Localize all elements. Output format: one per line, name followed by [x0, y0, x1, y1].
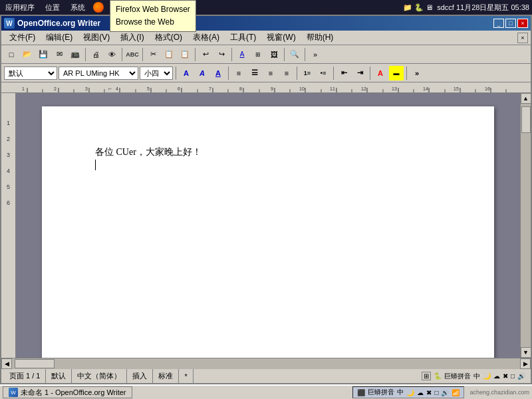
font-select[interactable]: AR PL UMing HK: [59, 66, 138, 80]
status-icon-1: 🌙: [483, 372, 491, 380]
toolbar-separator-1: [85, 48, 86, 61]
modified-indicator: *: [179, 369, 193, 383]
scroll-down-button[interactable]: ▼: [521, 347, 531, 358]
svg-text:4: 4: [116, 86, 118, 91]
scroll-thumb[interactable]: [521, 106, 531, 133]
maximize-button[interactable]: □: [505, 19, 516, 28]
more-button[interactable]: »: [308, 47, 323, 62]
menu-close-icon[interactable]: ×: [517, 33, 528, 43]
lang-indicator[interactable]: 中: [473, 372, 480, 381]
align-left-button[interactable]: ≡: [231, 66, 246, 80]
tray-speaker-icon[interactable]: 🔊: [441, 389, 449, 396]
standard-mode[interactable]: 标准: [153, 369, 179, 383]
svg-text:14: 14: [423, 86, 428, 91]
copy-button[interactable]: 📋: [162, 47, 176, 62]
firefox-icon[interactable]: [93, 2, 104, 13]
numbering-button[interactable]: 1≡: [300, 66, 315, 80]
print-button[interactable]: 🖨: [88, 47, 103, 62]
title-bar-text: OpenOffice.org Writer: [17, 19, 100, 28]
app-menu-apps[interactable]: 应用程序: [3, 1, 37, 14]
page-info: 页面 1 / 1: [4, 369, 46, 383]
menu-file[interactable]: 文件(F): [4, 31, 41, 45]
toolbar2-more-button[interactable]: »: [410, 66, 424, 80]
style-select[interactable]: 默认: [4, 66, 57, 80]
redo-button[interactable]: ↪: [214, 47, 229, 62]
open-button[interactable]: 📂: [20, 47, 35, 62]
tray-network-icon[interactable]: 📶: [452, 389, 460, 396]
bullets-button[interactable]: •≡: [316, 66, 331, 80]
tray-cloud-icon: ☁: [417, 389, 424, 396]
decrease-indent-button[interactable]: ⇤: [336, 66, 351, 80]
tray-lang-zh[interactable]: 中: [397, 388, 404, 397]
menu-insert[interactable]: 插入(I): [115, 31, 149, 45]
find-button[interactable]: 🔍: [287, 47, 302, 62]
table-button[interactable]: ⊞: [251, 47, 265, 62]
preview-button[interactable]: 👁: [104, 47, 119, 62]
insert-mode[interactable]: 插入: [127, 369, 153, 383]
svg-text:12: 12: [361, 86, 366, 91]
toolbar2-sep-5: [370, 66, 370, 80]
app-menu-system[interactable]: 系统: [68, 1, 88, 14]
menu-table[interactable]: 表格(A): [188, 31, 225, 45]
save-button[interactable]: 💾: [36, 47, 51, 62]
ruler-mark-4: 4: [7, 168, 10, 174]
hyperlink-button[interactable]: A: [235, 47, 249, 62]
writer-taskbar-button[interactable]: W 未命名 1 - OpenOffice.org Writer: [3, 386, 132, 398]
spellcheck-button[interactable]: ABC: [125, 47, 140, 62]
ime-icon[interactable]: 🐍: [434, 372, 442, 380]
doc-area: 1 2 3 4 5 6 各位 CUer，大家晚上好！ ▲: [1, 93, 531, 358]
menu-edit[interactable]: 编辑(E): [41, 31, 78, 45]
svg-text:⌐: ⌐: [108, 85, 112, 92]
hscroll-thumb[interactable]: [15, 359, 55, 368]
taskbar-top-right: 📁 🐍 🖥 sdccf 11月28日星期五 05:38: [403, 3, 529, 13]
cut-button[interactable]: ✂: [146, 47, 160, 62]
scroll-right-button[interactable]: ▶: [520, 358, 531, 369]
svg-rect-0: [21, 82, 526, 93]
page-area[interactable]: 各位 CUer，大家晚上好！: [16, 93, 520, 358]
insert-image-button[interactable]: 🖼: [267, 47, 281, 62]
tray-pinyin-label[interactable]: 巨蟒拼音: [368, 388, 394, 397]
hscroll-track[interactable]: [12, 358, 520, 369]
align-center-button[interactable]: ☰: [247, 66, 262, 80]
increase-indent-button[interactable]: ⇥: [352, 66, 367, 80]
paste-button[interactable]: 📋: [178, 47, 192, 62]
tray-close-icon: ✖: [426, 389, 432, 396]
app-menu-places[interactable]: 位置: [43, 1, 63, 14]
align-right-button[interactable]: ≡: [263, 66, 278, 80]
italic-button[interactable]: A: [195, 66, 209, 80]
font-color-button[interactable]: A: [373, 66, 388, 80]
menu-window[interactable]: 视窗(W): [261, 31, 301, 45]
minimize-button[interactable]: _: [493, 19, 504, 28]
volume-icon[interactable]: 🔊: [517, 372, 525, 380]
undo-button[interactable]: ↩: [198, 47, 213, 62]
tray-moon-icon: 🌙: [406, 389, 414, 396]
menu-view[interactable]: 视图(V): [78, 31, 115, 45]
justify-button[interactable]: ≡: [279, 66, 294, 80]
vertical-ruler: 1 2 3 4 5 6: [1, 93, 16, 358]
menu-tools[interactable]: 工具(T): [225, 31, 261, 45]
scroll-track[interactable]: [521, 104, 531, 347]
tray-icon-1: ⬛: [357, 389, 365, 396]
fax-button[interactable]: 📠: [68, 47, 82, 62]
email-button[interactable]: ✉: [52, 47, 66, 62]
toolbar-separator-5: [231, 48, 232, 61]
scroll-up-button[interactable]: ▲: [521, 93, 531, 104]
scroll-left-button[interactable]: ◀: [1, 358, 12, 369]
view-normal-icon[interactable]: ⊞: [422, 372, 431, 380]
highlight-button[interactable]: ▬: [389, 66, 404, 80]
vertical-scrollbar[interactable]: ▲ ▼: [520, 93, 531, 358]
svg-text:16: 16: [485, 86, 490, 91]
size-select[interactable]: 小四: [140, 66, 173, 80]
bold-button[interactable]: A: [179, 66, 194, 80]
document-page[interactable]: 各位 CUer，大家晚上好！: [42, 106, 494, 358]
underline-button[interactable]: A: [211, 66, 225, 80]
writer-taskbar-label: 未命名 1 - OpenOffice.org Writer: [21, 388, 126, 398]
menu-help[interactable]: 帮助(H): [301, 31, 339, 45]
system-tray: ⬛ 巨蟒拼音 中 🌙 ☁ ✖ □ 🔊 📶: [352, 386, 464, 398]
watermark-text: acheng.chazidian.com: [469, 389, 529, 396]
new-button[interactable]: □: [4, 47, 19, 62]
close-button[interactable]: ×: [517, 19, 528, 28]
main-window: W OpenOffice.org Writer _ □ × 文件(F) 编辑(E…: [0, 15, 532, 384]
ruler-mark-2: 2: [7, 136, 10, 142]
menu-format[interactable]: 格式(O): [150, 31, 188, 45]
